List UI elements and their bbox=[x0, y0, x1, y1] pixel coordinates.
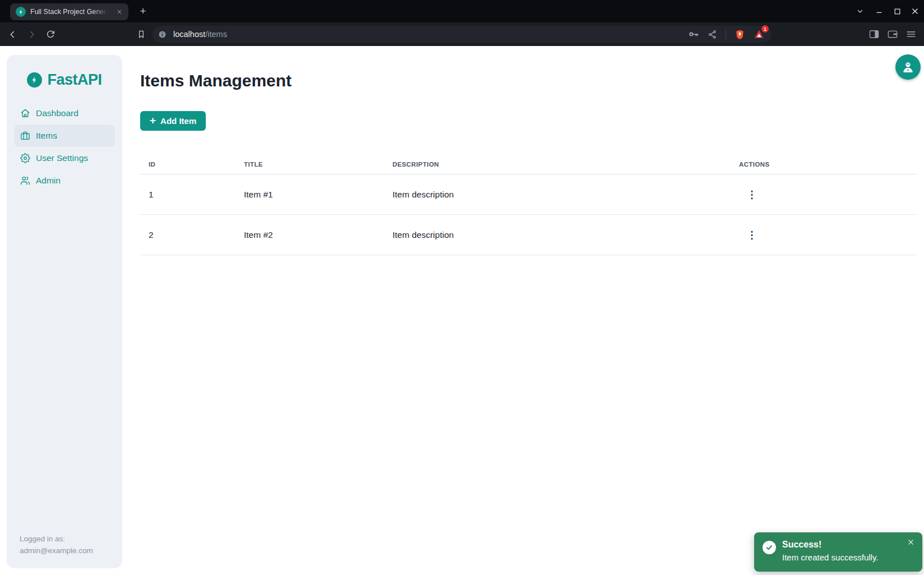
table-row: 2 Item #2 Item description ⋮ bbox=[140, 215, 917, 255]
forward-button[interactable] bbox=[24, 26, 39, 42]
browser-tab-bar: Full Stack Project Genera + bbox=[0, 0, 924, 22]
sidebar: FastAPI Dashboard Items User Settings Ad… bbox=[7, 55, 122, 568]
items-table: ID TITLE DESCRIPTION ACTIONS 1 Item #1 I… bbox=[140, 154, 917, 255]
rewards-badge: 1 bbox=[761, 25, 769, 33]
side-panel-icon[interactable] bbox=[868, 29, 880, 40]
column-header-title: TITLE bbox=[244, 161, 392, 168]
cell-description: Item description bbox=[392, 190, 739, 200]
brave-shields-icon[interactable] bbox=[734, 29, 745, 40]
toast-close-icon[interactable] bbox=[905, 537, 916, 547]
column-header-id: ID bbox=[140, 161, 244, 168]
fastapi-favicon-icon bbox=[16, 7, 26, 17]
cell-title: Item #2 bbox=[244, 230, 392, 240]
page-title: Items Management bbox=[140, 71, 292, 90]
site-info-icon[interactable] bbox=[158, 30, 167, 39]
fastapi-logo-icon bbox=[27, 72, 42, 88]
new-tab-button[interactable]: + bbox=[136, 4, 150, 18]
logged-in-label: Logged in as: bbox=[20, 533, 93, 545]
reload-button[interactable] bbox=[43, 26, 58, 42]
sidebar-item-dashboard[interactable]: Dashboard bbox=[14, 102, 115, 125]
logged-in-email: admin@example.com bbox=[20, 545, 93, 556]
logged-in-footer: Logged in as: admin@example.com bbox=[20, 533, 93, 556]
menu-hamburger-icon[interactable] bbox=[905, 29, 917, 40]
bookmark-icon[interactable] bbox=[133, 26, 149, 42]
url-text: localhost/items bbox=[173, 30, 227, 39]
home-icon bbox=[20, 108, 30, 118]
window-controls bbox=[870, 0, 924, 22]
toast-title: Success! bbox=[782, 539, 878, 550]
page-content: FastAPI Dashboard Items User Settings Ad… bbox=[0, 46, 924, 575]
tab-search-chevron-icon[interactable] bbox=[853, 4, 867, 18]
window-close-button[interactable] bbox=[906, 0, 924, 22]
brave-rewards-icon[interactable]: 1 bbox=[754, 29, 765, 40]
sidebar-item-items[interactable]: Items bbox=[14, 125, 115, 147]
column-header-actions: ACTIONS bbox=[739, 161, 917, 168]
url-bar[interactable]: localhost/items 1 bbox=[153, 26, 771, 43]
url-path: /items bbox=[205, 30, 227, 39]
wallet-icon[interactable] bbox=[887, 29, 898, 40]
plus-icon: + bbox=[150, 115, 156, 126]
sidebar-nav: Dashboard Items User Settings Admin bbox=[7, 102, 122, 192]
cell-title: Item #1 bbox=[244, 190, 392, 200]
users-icon bbox=[20, 176, 30, 186]
share-icon[interactable] bbox=[708, 30, 717, 39]
window-maximize-button[interactable] bbox=[888, 0, 906, 22]
table-row: 1 Item #1 Item description ⋮ bbox=[140, 174, 917, 215]
url-host: localhost bbox=[173, 30, 205, 39]
sidebar-item-user-settings[interactable]: User Settings bbox=[14, 147, 115, 169]
password-key-icon[interactable] bbox=[688, 29, 699, 40]
fastapi-logo-text: FastAPI bbox=[47, 71, 101, 89]
cell-id: 2 bbox=[140, 230, 244, 240]
row-actions-kebab-icon[interactable]: ⋮ bbox=[745, 227, 759, 243]
row-actions-kebab-icon[interactable]: ⋮ bbox=[745, 186, 759, 203]
column-header-description: DESCRIPTION bbox=[392, 161, 739, 168]
browser-nav-bar: localhost/items 1 bbox=[0, 22, 924, 46]
user-avatar-button[interactable] bbox=[895, 54, 921, 80]
cell-id: 1 bbox=[140, 190, 244, 200]
divider bbox=[726, 30, 726, 39]
tab-title: Full Stack Project Genera bbox=[30, 8, 110, 16]
check-circle-icon bbox=[763, 541, 776, 554]
success-toast: Success! Item created successfully. bbox=[754, 532, 922, 572]
user-icon bbox=[900, 59, 916, 75]
browser-tab[interactable]: Full Stack Project Genera bbox=[10, 3, 128, 20]
toast-message: Item created successfully. bbox=[782, 551, 878, 564]
window-minimize-button[interactable] bbox=[870, 0, 888, 22]
briefcase-icon bbox=[20, 131, 30, 141]
sidebar-item-label: Items bbox=[36, 131, 57, 141]
table-header-row: ID TITLE DESCRIPTION ACTIONS bbox=[140, 154, 917, 174]
back-button[interactable] bbox=[4, 26, 20, 42]
gear-icon bbox=[20, 153, 30, 163]
sidebar-item-label: User Settings bbox=[36, 153, 88, 163]
fastapi-logo: FastAPI bbox=[7, 71, 122, 89]
sidebar-item-label: Admin bbox=[36, 176, 61, 186]
sidebar-item-admin[interactable]: Admin bbox=[14, 169, 115, 192]
tab-close-icon[interactable] bbox=[115, 7, 124, 16]
add-item-button[interactable]: + Add Item bbox=[140, 111, 206, 131]
add-item-label: Add Item bbox=[160, 116, 196, 126]
cell-description: Item description bbox=[392, 230, 739, 240]
sidebar-item-label: Dashboard bbox=[36, 108, 78, 118]
